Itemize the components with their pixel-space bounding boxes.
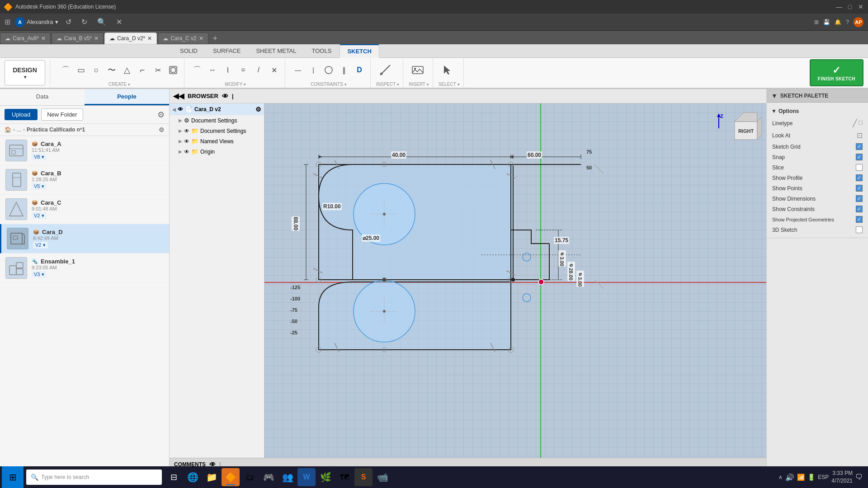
ribbon-tab-solid[interactable]: SOLID [173,44,205,58]
eye-icon[interactable]: 👁 [184,128,189,134]
ribbon-tab-sketch[interactable]: SKETCH [340,44,379,58]
spline-tool-button[interactable]: 〜 [104,63,119,77]
tab-close-icon[interactable]: ✕ [147,35,152,42]
file-item-cara-a[interactable]: 📦 Cara_A 11:51:41 AM V8 ▾ [0,136,169,165]
file-item-cara-d[interactable]: 📦 Cara_D 8:42:49 AM V2 ▾ [0,224,169,253]
browser-item-doc-settings[interactable]: ▶ ⚙ Document Settings [170,115,264,126]
mirror-tool-button[interactable]: ✂ [151,63,165,77]
browser-item-sketches[interactable]: ▶ 👁 📁 Origin [170,146,264,157]
close-doc-button[interactable]: ✕ [113,17,125,27]
breadcrumb-settings-icon[interactable]: ⚙ [159,126,165,133]
linetype-line-icon[interactable]: ╱ [853,119,857,127]
taskbar-app-teams[interactable]: 👥 [278,468,297,486]
breadcrumb-home-icon[interactable]: 🏠 [5,127,11,133]
taskbar-app-media[interactable]: 🎮 [259,468,278,486]
eye-icon[interactable]: 👁 [184,149,189,155]
polygon-tool-button[interactable]: △ [120,63,134,77]
nav-back-button[interactable]: ↺ [63,17,74,27]
tab-cara-d-v2[interactable]: ☁ Cara_D v2* ✕ [104,33,157,44]
eye-icon[interactable]: 👁 [178,106,183,113]
taskbar-app-sketch[interactable]: S [354,468,373,486]
tab-close-icon[interactable]: ✕ [94,35,99,42]
scale-tool-button[interactable]: / [251,63,266,77]
browser-item-named-views[interactable]: ▶ 👁 📁 Document Settings [170,126,264,136]
nav-forward-button[interactable]: ↻ [79,17,90,27]
tangent-button[interactable]: ∥ [337,63,351,77]
show-points-checkbox[interactable]: ✓ [856,185,863,192]
trim-tool-button[interactable]: ⌒ [190,63,204,77]
taskbar-view-button[interactable]: ⊟ [165,468,183,486]
taskbar-app-file[interactable]: 🗂 [241,468,259,486]
tab-close-icon[interactable]: ✕ [199,35,203,42]
chamfer-tool-button[interactable]: ✕ [267,63,281,77]
tab-cara-av8[interactable]: ☁ Cara_Av8* ✕ [0,33,51,44]
search-button[interactable]: 🔍 [94,17,109,27]
settings-dot-icon[interactable]: ⚙ [255,106,261,113]
minimize-button[interactable]: — [835,3,843,10]
finish-sketch-toolbar-button[interactable]: ✓ FINISH SKETCH [810,59,863,86]
taskbar-volume-icon[interactable]: 🔊 [785,473,794,482]
taskbar-app-chrome[interactable]: 🌐 [184,468,202,486]
new-folder-button[interactable]: New Folder [41,108,83,121]
browser-item-origin[interactable]: ▶ 👁 📁 Named Views [170,136,264,146]
tab-cara-b-v5[interactable]: ☁ Cara_B v5* ✕ [52,33,104,44]
ribbon-tab-surface[interactable]: SURFACE [206,44,248,58]
save-icon[interactable]: 💾 [823,19,830,25]
taskbar-chevron-icon[interactable]: ∧ [778,474,783,480]
sidebar-settings-icon[interactable]: ⚙ [157,110,165,120]
new-tab-button[interactable]: + [209,33,222,44]
snap-checkbox[interactable]: ✓ [856,154,863,160]
circle-tool-button[interactable]: ○ [89,63,104,77]
3d-sketch-checkbox[interactable] [856,226,863,233]
browser-pin-icon[interactable]: | [232,93,233,99]
ribbon-tab-sheet-metal[interactable]: SHEET METAL [249,44,303,58]
taskbar-start-button[interactable]: ⊞ [2,466,24,488]
offset-tool-button[interactable] [166,63,180,77]
taskbar-app-fusion[interactable]: 🔶 [222,468,240,486]
upload-button[interactable]: Upload [5,109,38,120]
file-item-ensamble-1[interactable]: 🔩 Ensamble_1 9:23:05 AM V3 ▾ [0,253,169,283]
extend-tool-button[interactable]: ↔ [205,63,220,77]
show-dimensions-checkbox[interactable]: ✓ [856,195,863,202]
coincident-button[interactable] [321,63,336,77]
horizontal-constraint-button[interactable]: — [291,63,305,77]
show-constraints-checkbox[interactable]: ✓ [856,206,863,212]
browser-eye-icon[interactable]: 👁 [222,93,228,100]
linetype-extra-icon[interactable]: □ [859,119,863,127]
taskbar-app-green[interactable]: 🌿 [316,468,335,486]
inspect-tool-button[interactable] [376,61,394,79]
taskbar-notification-icon[interactable]: 🗨 [855,473,863,481]
select-tool-button[interactable] [439,61,457,79]
close-button[interactable]: ✕ [857,3,864,10]
taskbar-search-box[interactable]: 🔍 Type here to search [26,469,162,485]
user-menu[interactable]: A Alexandra ▾ [15,17,58,27]
ribbon-tab-tools[interactable]: TOOLS [305,44,339,58]
show-projected-checkbox[interactable]: ✓ [856,216,863,223]
show-profile-checkbox[interactable]: ✓ [856,174,863,181]
slice-checkbox[interactable] [856,164,863,171]
taskbar-battery-icon[interactable]: 🔋 [807,474,815,481]
dimension-button[interactable]: D [352,63,367,77]
breadcrumb-ellipsis[interactable]: ... [17,127,21,133]
palette-collapse-icon[interactable]: ▼ [771,92,778,99]
equal-tool-button[interactable]: = [236,63,250,77]
insert-image-button[interactable] [409,61,427,79]
taskbar-clock[interactable]: 3:33 PM 4/7/2021 [831,469,853,485]
line-tool-button[interactable]: ⌒ [58,63,73,77]
taskbar-app-maps[interactable]: 🗺 [335,468,354,486]
browser-item-cara-d-v2[interactable]: ◀ 👁 📄 Cara_D v2 ⚙ [170,103,264,115]
sketch-grid-checkbox[interactable]: ✓ [856,143,863,150]
taskbar-app-explorer[interactable]: 📁 [203,468,221,486]
design-dropdown-button[interactable]: DESIGN ▾ [5,60,45,85]
sidebar-tab-data[interactable]: Data [0,89,85,105]
rect-tool-button[interactable]: ▭ [74,63,88,77]
eye-icon[interactable]: 👁 [184,138,189,145]
help-icon[interactable]: ? [846,19,849,25]
taskbar-network-icon[interactable]: 📶 [797,474,805,481]
vertical-constraint-button[interactable]: | [306,63,321,77]
fillet-tool-button[interactable]: ⌐ [135,63,150,77]
view-cube[interactable]: RIGHT [730,108,762,144]
taskbar-app-word[interactable]: W [297,468,316,486]
tab-close-icon[interactable]: ✕ [41,35,46,42]
look-at-icon[interactable]: ⊡ [857,131,863,140]
